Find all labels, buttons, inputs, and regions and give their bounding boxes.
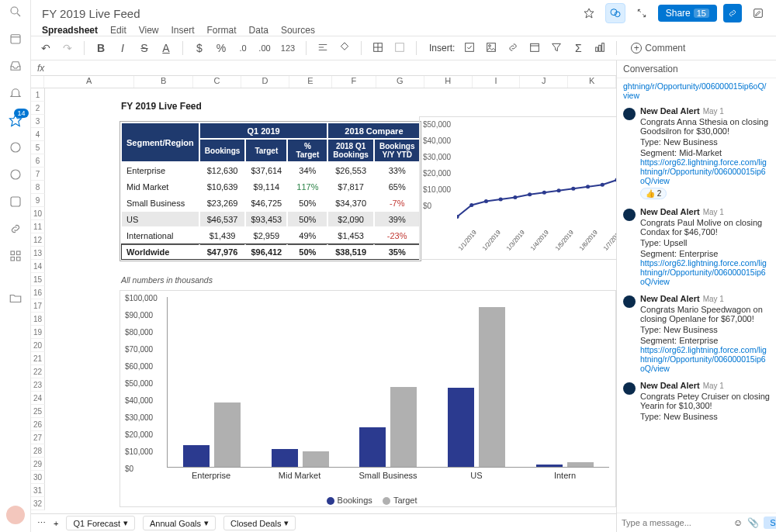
svg-rect-11 (16, 257, 20, 261)
expand-icon[interactable] (632, 3, 652, 23)
avatar (623, 382, 636, 395)
link-icon[interactable] (9, 222, 23, 236)
conversation-item: New Deal AlertMay 1 Congrats Paul Molive… (623, 207, 770, 286)
svg-rect-23 (466, 43, 474, 51)
avatar[interactable] (6, 506, 25, 524)
table-row: Small Business$23,269$46,72550%$34,370-7… (122, 195, 419, 210)
svg-point-41 (601, 183, 605, 187)
avatar (623, 209, 636, 221)
menu-insert[interactable]: Insert (171, 25, 195, 36)
percent-button[interactable]: % (214, 42, 228, 54)
conversation-toggle[interactable] (605, 3, 625, 23)
table-row: International$1,439$2,95949%$1,453-23% (122, 228, 419, 243)
message-input[interactable] (622, 518, 729, 527)
svg-point-5 (11, 143, 20, 152)
svg-rect-30 (602, 43, 605, 51)
table-row: Mid Market$10,639$9,114117%$7,81765% (122, 179, 419, 194)
svg-point-6 (11, 170, 20, 179)
fill-button[interactable] (338, 41, 352, 56)
insert-date-icon[interactable] (528, 41, 542, 56)
share-button[interactable]: Share15 (658, 5, 717, 22)
merge-button[interactable] (393, 41, 407, 56)
svg-rect-10 (11, 257, 15, 261)
tab-menu-icon[interactable]: ⋯ (37, 518, 46, 528)
svg-rect-2 (11, 35, 20, 43)
svg-rect-29 (599, 45, 601, 51)
attach-icon[interactable]: 📎 (747, 517, 759, 528)
insert-checkbox-icon[interactable] (462, 41, 476, 56)
link-button[interactable] (723, 4, 742, 22)
table-row: Enterprise$12,630$37,61434%$26,55333% (122, 163, 419, 178)
apps-icon[interactable] (9, 249, 23, 263)
edit-icon[interactable] (748, 3, 768, 23)
header: FY 2019 Live Feed Share15 Spreadsheet Ed… (31, 0, 776, 36)
table-note: All numbers in thousands (121, 275, 213, 285)
line-chart: $50,000$40,000$30,000$20,000$10,000$0 1/… (419, 116, 616, 260)
number-format-button[interactable]: 123 (279, 43, 296, 53)
menu-data[interactable]: Data (249, 25, 268, 36)
svg-point-25 (489, 44, 491, 47)
calendar-icon[interactable] (9, 32, 23, 46)
menu-sources[interactable]: Sources (281, 25, 315, 36)
search-icon[interactable] (9, 5, 23, 19)
insert-link-icon[interactable] (506, 41, 520, 56)
inbox-icon[interactable] (9, 59, 23, 73)
conversation-link[interactable]: https://org62.lightning.force.com/lightn… (640, 345, 770, 373)
align-button[interactable] (316, 42, 330, 55)
strike-button[interactable]: S (137, 42, 151, 54)
svg-point-34 (499, 198, 503, 202)
conversation-link[interactable]: https://org62.lightning.force.com/lightn… (640, 157, 770, 185)
tab-annual-goals[interactable]: Annual Goals▾ (143, 516, 216, 530)
table-row: US$46,537$93,45350%$2,09039% (122, 212, 419, 226)
avatar (623, 295, 636, 308)
svg-point-35 (513, 195, 517, 199)
add-tab-button[interactable]: + (54, 519, 58, 528)
insert-image-icon[interactable] (484, 41, 498, 56)
svg-rect-24 (487, 43, 496, 51)
tab-q1-forecast[interactable]: Q1 Forecast▾ (66, 516, 135, 530)
star-icon[interactable]: 14 (9, 113, 23, 127)
svg-marker-12 (584, 9, 594, 18)
svg-rect-28 (596, 47, 598, 51)
star-button[interactable] (579, 3, 599, 23)
menu-spreadsheet[interactable]: Spreadsheet (42, 25, 98, 36)
conversation-heading: Conversation (617, 60, 776, 78)
undo-icon[interactable]: ↶ (39, 42, 53, 54)
redo-icon[interactable]: ↷ (61, 42, 74, 54)
menu-format[interactable]: Format (207, 25, 237, 36)
toolbar: ↶ ↷ B I S A $ % .0 .00 123 Insert: Σ +Co… (31, 36, 776, 60)
tab-closed-deals[interactable]: Closed Deals▾ (223, 516, 296, 530)
sigma-icon[interactable]: Σ (571, 42, 585, 54)
currency-button[interactable]: $ (192, 42, 206, 54)
column-headers: A B C D E F G H I J K (31, 76, 616, 88)
reaction-badge[interactable]: 👍 2 (640, 188, 667, 199)
comment-button[interactable]: +Comment (631, 43, 685, 54)
conversation-link[interactable]: https://org62.lightning.force.com/lightn… (640, 258, 770, 286)
menu-edit[interactable]: Edit (110, 25, 126, 36)
send-button[interactable]: Send (764, 516, 776, 529)
borders-button[interactable] (371, 41, 385, 56)
svg-point-0 (11, 7, 18, 14)
star-badge: 14 (14, 109, 28, 118)
sheet-title: FY 2019 Live Feed (121, 101, 202, 112)
menu-view[interactable]: View (139, 25, 159, 36)
bell-icon[interactable] (9, 86, 23, 100)
formula-bar[interactable]: fx (31, 60, 616, 76)
spreadsheet-grid[interactable]: A B C D E F G H I J K 123456789101112131… (31, 76, 616, 513)
chat-icon[interactable] (9, 140, 23, 154)
check-icon[interactable] (9, 195, 23, 209)
svg-rect-8 (11, 251, 15, 255)
text-color-button[interactable]: A (159, 42, 173, 54)
emoji-icon[interactable]: ☺ (733, 517, 743, 528)
conversation-item: New Deal AlertMay 1 Congrats Petey Cruis… (623, 381, 770, 421)
dec-decrease-button[interactable]: .0 (236, 43, 250, 53)
conversation-link-truncated[interactable]: ghtning/r/Opportunity/006000015ip6oQ/vie… (623, 81, 770, 100)
bar-chart: $100,000$90,000$80,000$70,000$60,000$50,… (120, 290, 616, 507)
italic-button[interactable]: I (116, 42, 130, 54)
chart-icon[interactable] (593, 41, 607, 56)
dec-increase-button[interactable]: .00 (258, 43, 272, 53)
filter-icon[interactable] (549, 41, 563, 56)
folder-icon[interactable] (9, 292, 23, 306)
clock-icon[interactable] (9, 168, 23, 181)
bold-button[interactable]: B (94, 42, 108, 54)
